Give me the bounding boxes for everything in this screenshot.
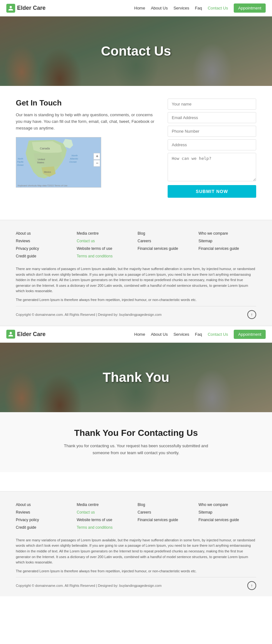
contact-description: Our team is standing by to help with any…	[16, 112, 155, 131]
nav-about2[interactable]: About Us	[151, 332, 168, 337]
footer2-reviews[interactable]: Reviews	[16, 509, 74, 516]
footer-tac[interactable]: Terms and conditions	[77, 252, 135, 260]
footer-links2: About us Reviews Privacy policy Credit g…	[16, 501, 256, 531]
nav-home[interactable]: Home	[134, 6, 145, 10]
contact-section: Get In Touch Our team is standing by to …	[0, 86, 272, 210]
name-input[interactable]	[168, 99, 256, 110]
copyright: Copyright © domainname.com. All Rights R…	[16, 313, 162, 316]
footer-page2: About us Reviews Privacy policy Credit g…	[0, 491, 272, 597]
footer2-tac[interactable]: Terms and conditions	[77, 524, 135, 531]
submit-button[interactable]: SUBMIT NOW	[168, 185, 256, 198]
footer-sitemap[interactable]: Sitemap	[199, 237, 257, 245]
footer-credit[interactable]: Credit guide	[16, 252, 74, 260]
message-textarea[interactable]	[168, 153, 256, 181]
nav-faq[interactable]: Faq	[195, 6, 202, 10]
footer-body-text: There are many variations of passages of…	[16, 266, 256, 294]
phone-input[interactable]	[168, 126, 256, 137]
nav-contact[interactable]: Contact Us	[208, 6, 228, 10]
footer2-col1: About us Reviews Privacy policy Credit g…	[16, 501, 74, 531]
brand2: Elder Care	[6, 330, 46, 339]
footer2-blog[interactable]: Blog	[138, 501, 195, 509]
copyright2: Copyright © domainname.com. All Rights R…	[16, 584, 162, 587]
footer2-col4: Who we compare Sitemap Financial service…	[199, 501, 257, 531]
footer2-col2: Media centre Contact us Website terms of…	[77, 501, 135, 531]
hero-title: Contact Us	[101, 44, 171, 59]
footer2-compare[interactable]: Who we compare	[199, 501, 257, 509]
email-input[interactable]	[168, 112, 256, 123]
svg-text:North: North	[71, 154, 78, 157]
footer-links: About us Reviews Privacy policy Credit g…	[16, 230, 256, 260]
appointment-button[interactable]: Appointment	[234, 3, 266, 13]
map-container: North Atlantic Ocean North Pacific Ocean…	[16, 137, 101, 188]
thankyou-section: Thank You For Contacting Us Thank you fo…	[0, 412, 272, 472]
svg-text:Canada: Canada	[40, 147, 50, 150]
scroll-top-button2[interactable]: ↑	[247, 581, 256, 590]
spacer3	[0, 482, 272, 491]
footer-reviews[interactable]: Reviews	[16, 237, 74, 245]
brand-title: Elder Care	[17, 5, 46, 11]
svg-text:United: United	[38, 158, 45, 161]
scroll-top-button[interactable]: ↑	[247, 310, 256, 319]
footer-blog[interactable]: Blog	[138, 230, 195, 237]
thankyou-message: Thank you for contacting us. Your reques…	[57, 442, 215, 456]
nav-links2: Home About Us Services Faq Contact Us Ap…	[134, 330, 266, 339]
appointment-button2[interactable]: Appointment	[234, 330, 266, 339]
spacer2	[0, 472, 272, 482]
footer-about[interactable]: About us	[16, 230, 74, 237]
spacer1	[0, 210, 272, 220]
brand: Elder Care	[6, 4, 46, 13]
footer2-fsg1[interactable]: Financial services guide	[138, 516, 195, 524]
nav-services2[interactable]: Services	[173, 332, 189, 337]
footer-media[interactable]: Media centre	[77, 230, 135, 237]
footer-col4: Who we compare Sitemap Financial service…	[199, 230, 257, 260]
footer2-sitemap[interactable]: Sitemap	[199, 509, 257, 516]
address-input[interactable]	[168, 139, 256, 150]
svg-text:−: −	[96, 160, 98, 166]
footer-col2: Media centre Contact us Website terms of…	[77, 230, 135, 260]
footer2-terms[interactable]: Website terms of use	[77, 516, 135, 524]
footer-contact[interactable]: Contact us	[77, 237, 135, 245]
footer2-fsg2[interactable]: Financial services guide	[199, 516, 257, 524]
footer2-privacy[interactable]: Privacy policy	[16, 516, 74, 524]
footer2-contact[interactable]: Contact us	[77, 509, 135, 516]
navbar-page2: Elder Care Home About Us Services Faq Co…	[0, 326, 272, 343]
footer-fsg1[interactable]: Financial services guide	[138, 245, 195, 252]
svg-text:Ocean: Ocean	[69, 160, 77, 163]
nav-links: Home About Us Services Faq Contact Us Ap…	[134, 3, 266, 13]
footer2-media[interactable]: Media centre	[77, 501, 135, 509]
nav-services[interactable]: Services	[173, 6, 189, 10]
footer-fsg2[interactable]: Financial services guide	[199, 245, 257, 252]
svg-text:States: States	[37, 161, 44, 164]
nav-about[interactable]: About Us	[151, 6, 168, 10]
footer2-careers[interactable]: Careers	[138, 509, 195, 516]
svg-text:Mexico: Mexico	[44, 171, 51, 173]
footer2-body-text2: The generated Lorem Ipsum is therefore a…	[16, 569, 256, 574]
footer-compare[interactable]: Who we compare	[199, 230, 257, 237]
footer-col3: Blog Careers Financial services guide	[138, 230, 195, 260]
nav-contact2[interactable]: Contact Us	[208, 332, 228, 337]
footer-terms[interactable]: Website terms of use	[77, 245, 135, 252]
svg-text:North: North	[18, 158, 23, 160]
svg-text:Atlantic: Atlantic	[70, 157, 78, 160]
contact-left: Get In Touch Our team is standing by to …	[16, 99, 155, 198]
footer2-about[interactable]: About us	[16, 501, 74, 509]
contact-heading: Get In Touch	[16, 99, 155, 107]
contact-form: SUBMIT NOW	[168, 99, 256, 198]
logo-icon	[6, 4, 15, 13]
svg-text:+: +	[96, 153, 98, 159]
nav-home2[interactable]: Home	[134, 332, 145, 337]
footer2-credit[interactable]: Credit guide	[16, 524, 74, 531]
svg-text:Keyboard shortcuts  Map data ©: Keyboard shortcuts Map data ©2022 Terms …	[18, 184, 67, 187]
footer2-body-text: There are many variations of passages of…	[16, 538, 256, 565]
footer2-bottom: Copyright © domainname.com. All Rights R…	[16, 577, 256, 590]
svg-text:Ocean: Ocean	[17, 164, 24, 166]
nav-faq2[interactable]: Faq	[195, 332, 202, 337]
thankyou-heading: Thank You For Contacting Us	[9, 428, 263, 438]
footer-privacy[interactable]: Privacy policy	[16, 245, 74, 252]
svg-text:Pacific: Pacific	[17, 161, 24, 163]
hero-section-page1: Contact Us	[0, 16, 272, 86]
brand-title2: Elder Care	[17, 331, 46, 338]
hero-title2: Thank You	[103, 370, 170, 385]
footer-careers[interactable]: Careers	[138, 237, 195, 245]
footer2-col3: Blog Careers Financial services guide	[138, 501, 195, 531]
